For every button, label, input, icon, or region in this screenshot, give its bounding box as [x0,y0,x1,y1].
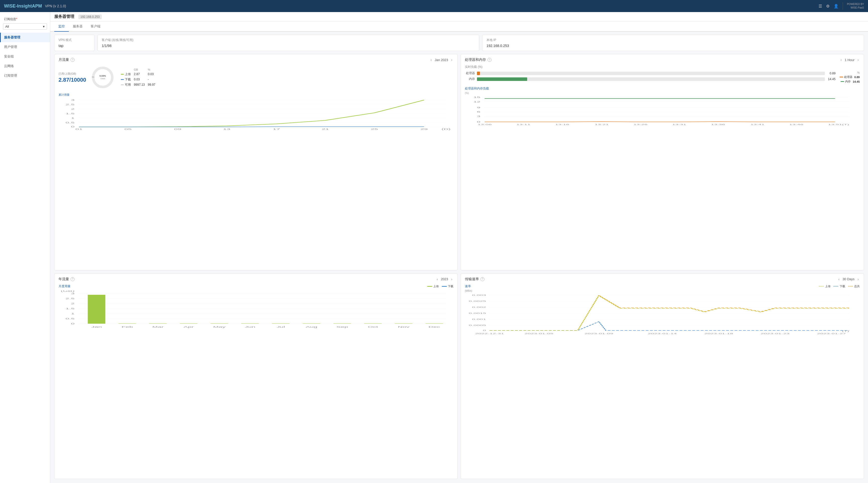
svg-text:3: 3 [477,115,480,118]
transfer-rate-chart-svg: 0.003 0.0025 0.002 0.0015 0.001 0.0005 0 [465,293,860,339]
transfer-rate-title: 传输速率 ? [465,277,485,281]
svg-text:Dec: Dec [429,326,440,328]
cpu-memory-panel: 处理器和内存 ? ‹ 1 Hour › 实时负载 (%) [461,54,864,270]
cpu-memory-header: 处理器和内存 ? ‹ 1 Hour › [465,57,860,62]
memory-bar-row: 内存 14.45 [465,77,836,81]
cpu-memory-help-icon[interactable]: ? [488,58,492,62]
transfer-rate-nav: ‹ 30 Days › [837,277,860,282]
yearly-flow-panel: 年流量 ? ‹ 2023 › 月度用量 上传 [54,273,458,479]
svg-text:Apr: Apr [184,326,194,328]
cpu-memory-prev[interactable]: ‹ [840,57,843,62]
svg-text:13:16: 13:16 [555,123,569,126]
sidebar-select[interactable]: All ▾ [3,23,47,30]
monthly-flow-panel: 月流量 ? ‹ Jan 2023 › 已用/上限(GB) 2.87/10000 [54,54,458,270]
monthly-flow-content: 已用/上限(GB) 2.87/10000 0.03% Used [59,65,453,90]
svg-text:Oct: Oct [368,326,378,328]
svg-text:Sep: Sep [336,326,348,328]
menu-icon[interactable]: ☰ [818,4,822,8]
sidebar-item-server-mgmt[interactable]: 服务器管理 [0,33,50,42]
header-right: ☰ ⚙ 👤 POWERED BY WISE-PaaS [818,2,864,10]
svg-text:3: 3 [71,292,74,295]
svg-text:0.5: 0.5 [66,317,75,320]
svg-text:13:51: 13:51 [828,123,842,126]
svg-text:2023-01-14: 2023-01-14 [648,332,677,334]
yearly-flow-nav: ‹ 2023 › [436,277,453,282]
svg-text:Jan: Jan [91,326,102,328]
monthly-flow-title: 月流量 ? [59,58,74,62]
app-subtitle: VPN (v 2.1.0) [45,4,66,8]
settings-icon[interactable]: ⚙ [826,4,830,8]
svg-text:0.5: 0.5 [66,121,75,124]
cpu-bar-row: 处理器 0.89 [465,71,836,76]
svg-text:0: 0 [71,322,74,325]
cpu-memory-chart: 处理器和内存负载 (%) 15 12 9 6 3 0 [465,86,860,128]
svg-text:21: 21 [322,128,329,130]
info-card-vpn-mode: VPN 模式 tap [54,35,94,51]
transfer-rate-prev[interactable]: ‹ [837,277,841,282]
svg-text:13:46: 13:46 [789,123,803,126]
yearly-flow-legend: 上传 下载 [427,284,453,288]
svg-text:2022-12-31: 2022-12-31 [475,332,504,334]
user-icon[interactable]: 👤 [834,4,839,8]
svg-text:(T): (T) [842,330,849,332]
svg-text:0.0015: 0.0015 [469,312,486,314]
transfer-rate-help-icon[interactable]: ? [480,277,485,281]
monthly-chart-svg: 3 2.5 2 1.5 1 0.5 0 [59,98,453,130]
powered-by: POWERED BY WISE-PaaS [847,2,864,9]
tab-server[interactable]: 服务器 [69,22,87,32]
svg-text:2.5: 2.5 [66,297,75,300]
cpu-bar-bg [477,71,825,75]
transfer-rate-next[interactable]: › [857,277,860,282]
yearly-flow-prev[interactable]: ‹ [436,277,439,282]
monthly-flow-donut: 0.03% Used [90,65,115,90]
svg-text:13:11: 13:11 [516,123,530,126]
svg-text:0.001: 0.001 [472,318,486,320]
svg-text:Feb: Feb [122,326,133,328]
svg-text:0: 0 [477,121,480,123]
svg-text:6: 6 [477,111,480,113]
svg-text:May: May [213,326,226,328]
monthly-flow-next[interactable]: › [450,57,453,62]
svg-text:13:31: 13:31 [672,123,686,126]
svg-text:0.03%: 0.03% [99,74,106,77]
flow-legend: GB % 上传 2.87 0.03 [119,68,157,87]
cpu-memory-next[interactable]: › [857,57,860,62]
app-body: 订阅信息* All ▾ 服务器管理 用户管理 安全组 云网络 订阅管理 服务器管… [0,12,868,483]
chevron-down-icon: ▾ [43,25,45,28]
svg-text:09: 09 [174,128,181,130]
main-content: 服务器管理 192.168.0.253 监控 服务器 客户端 VPN 模式 ta… [50,12,868,483]
svg-text:Nov: Nov [398,326,410,328]
svg-text:(D): (D) [441,128,451,130]
brand-name: WISE-InsightAPM [4,3,42,9]
svg-text:1: 1 [71,312,74,314]
sidebar-section-label: 订阅信息* [0,15,50,22]
sidebar-item-cloud-network[interactable]: 云网络 [0,61,50,71]
yearly-flow-next[interactable]: › [450,277,453,282]
sidebar-item-subscription-mgmt[interactable]: 订阅管理 [0,71,50,81]
local-ip-label: 本地 IP [487,38,860,42]
sidebar-item-user-mgmt[interactable]: 用户管理 [0,42,50,52]
svg-text:0: 0 [71,125,74,128]
svg-text:(T): (T) [842,123,849,126]
svg-text:0.0025: 0.0025 [469,300,486,302]
monthly-flow-prev[interactable]: ‹ [430,57,433,62]
sidebar-item-security-group[interactable]: 安全组 [0,52,50,61]
yearly-flow-help-icon[interactable]: ? [70,277,74,281]
svg-text:01: 01 [75,128,83,130]
monthly-flow-nav: ‹ Jan 2023 › [430,57,453,62]
svg-text:Mar: Mar [152,326,164,328]
flow-summary: 已用/上限(GB) 2.87/10000 [59,72,86,83]
monthly-flow-help-icon[interactable]: ? [70,58,74,62]
tab-client[interactable]: 客户端 [87,22,104,32]
page-title: 服务器管理 [54,14,74,19]
svg-text:Jul: Jul [277,326,285,328]
svg-text:0.0005: 0.0005 [469,324,486,326]
transfer-rate-panel: 传输速率 ? ‹ 30 Days › 速率 上传 [461,273,864,479]
tab-monitor[interactable]: 监控 [54,22,69,32]
svg-text:12: 12 [473,100,480,103]
svg-rect-64 [88,295,105,324]
yearly-chart-svg: 3 2.5 2 1.5 1 0.5 0 [59,291,453,336]
svg-text:13:26: 13:26 [633,123,648,126]
sidebar: 订阅信息* All ▾ 服务器管理 用户管理 安全组 云网络 订阅管理 [0,12,50,483]
svg-text:13: 13 [223,128,230,130]
